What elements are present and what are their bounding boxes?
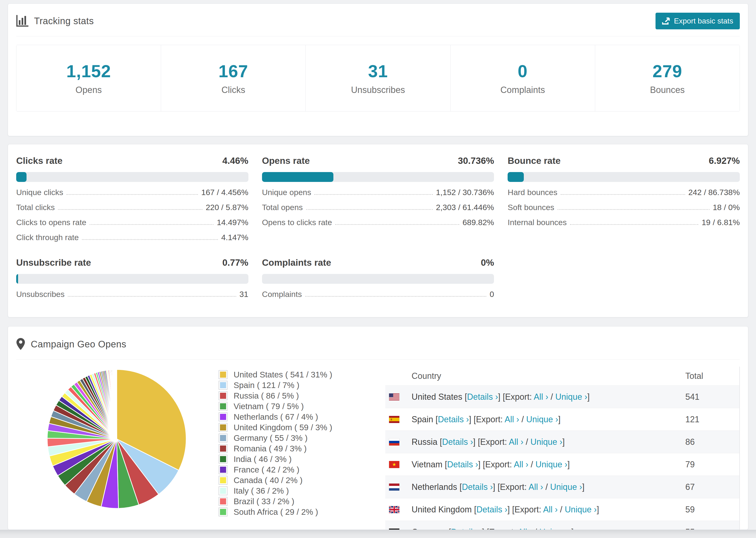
rate-rows: Complaints 0 (262, 290, 494, 299)
country-cell: United States [Details ›] [Export: All ›… (411, 392, 685, 402)
dotted-leader (67, 194, 198, 195)
rate-panel-complaints-rate: Complaints rate 0% Complaints 0 (262, 257, 494, 299)
geo-table-row-united-states: United States [Details ›] [Export: All ›… (385, 385, 739, 408)
summary-box-bounces: 279 Bounces (595, 45, 739, 111)
legend-swatch-icon (219, 497, 228, 506)
stat-row-unsubscribes: Unsubscribes 31 (16, 290, 248, 299)
export-all-link[interactable]: All › (528, 482, 543, 492)
country-name: Germany (411, 527, 446, 530)
tracking-stats-card: Tracking stats Export basic stats 1,152 … (8, 4, 748, 136)
export-basic-stats-button[interactable]: Export basic stats (656, 13, 740, 29)
legend-swatch-icon (219, 476, 228, 485)
stat-label: Hard bounces (508, 188, 557, 197)
export-all-link[interactable]: All › (534, 392, 548, 402)
dotted-leader (335, 224, 459, 225)
country-name: Netherlands (411, 482, 457, 492)
export-unique-link[interactable]: Unique › (536, 459, 567, 469)
geo-table-row-spain: Spain [Details ›] [Export: All › / Uniqu… (385, 408, 739, 430)
export-unique-link[interactable]: Unique › (526, 414, 558, 424)
rate-rows: Hard bounces 242 / 86.738% Soft bounces … (508, 188, 740, 227)
stat-value: 18 / 0% (713, 203, 740, 212)
legend-item-russia[interactable]: Russia ( 86 / 5% ) (219, 391, 376, 401)
country-name: Russia (411, 437, 437, 447)
summary-box-complaints: 0 Complaints (451, 45, 595, 111)
export-all-link[interactable]: All › (518, 527, 532, 530)
stat-value: 4.147% (221, 233, 248, 242)
details-link[interactable]: Details › (442, 437, 473, 447)
export-unique-link[interactable]: Unique › (539, 527, 571, 530)
export-all-link[interactable]: All › (543, 505, 558, 514)
stat-label: Soft bounces (508, 203, 554, 212)
stat-label: Internal bounces (508, 218, 567, 227)
legend-item-france[interactable]: France ( 42 / 2% ) (219, 465, 376, 474)
summary-value: 279 (652, 61, 682, 81)
legend-swatch-icon (219, 508, 228, 516)
geo-divider (16, 359, 740, 360)
legend-swatch-icon (219, 381, 228, 390)
details-link[interactable]: Details › (451, 527, 482, 530)
export-icon (662, 17, 670, 25)
stat-value: 0 (490, 290, 494, 299)
rate-head: Bounce rate 6.927% (508, 156, 740, 166)
stat-value: 220 / 5.87% (206, 203, 248, 212)
legend-item-united-states[interactable]: United States ( 541 / 31% ) (219, 370, 376, 379)
country-total: 86 (685, 437, 739, 447)
legend-item-india[interactable]: India ( 46 / 3% ) (219, 455, 376, 464)
legend-label: United Kingdom ( 59 / 3% ) (234, 423, 332, 432)
export-all-link[interactable]: All › (509, 437, 523, 447)
page: Tracking stats Export basic stats 1,152 … (0, 0, 756, 538)
export-all-link[interactable]: All › (505, 414, 519, 424)
page-title: Tracking stats (34, 16, 94, 26)
legend-label: Vietnam ( 79 / 5% ) (234, 402, 304, 411)
summary-box-unsubscribes: 31 Unsubscribes (306, 45, 450, 111)
legend-label: Netherlands ( 67 / 4% ) (234, 412, 318, 422)
flag-es-icon (389, 416, 399, 423)
legend-item-italy[interactable]: Italy ( 36 / 2% ) (219, 486, 376, 496)
total-column-header: Total (685, 371, 739, 381)
legend-item-south-africa[interactable]: South Africa ( 29 / 2% ) (219, 507, 376, 517)
details-link[interactable]: Details › (438, 414, 469, 424)
stat-label: Clicks to opens rate (16, 218, 86, 227)
export-unique-link[interactable]: Unique › (530, 437, 562, 447)
country-column-header: Country (411, 371, 685, 381)
details-link[interactable]: Details › (447, 459, 478, 469)
details-link[interactable]: Details › (476, 505, 507, 514)
legend-label: Italy ( 36 / 2% ) (234, 486, 289, 496)
stat-row-hard-bounces: Hard bounces 242 / 86.738% (508, 188, 740, 197)
country-total: 541 (685, 392, 739, 402)
stat-row-click-through-rate: Click through rate 4.147% (16, 233, 248, 242)
legend-item-canada[interactable]: Canada ( 40 / 2% ) (219, 476, 376, 485)
legend-swatch-icon (219, 402, 228, 411)
summary-value: 0 (518, 61, 527, 81)
geo-pie-chart[interactable] (46, 368, 187, 510)
details-link[interactable]: Details › (467, 392, 498, 402)
geo-content: United States ( 541 / 31% ) Spain ( 121 … (16, 367, 740, 530)
stat-row-unique-clicks: Unique clicks 167 / 4.456% (16, 188, 248, 197)
stat-value: 689.82% (462, 218, 494, 227)
rate-progress-bar (262, 172, 494, 182)
country-name: Vietnam (411, 459, 442, 469)
legend-item-romania[interactable]: Romania ( 49 / 3% ) (219, 444, 376, 453)
legend-item-netherlands[interactable]: Netherlands ( 67 / 4% ) (219, 412, 376, 422)
geo-table-row-germany: Germany [Details ›] [Export: All › / Uni… (385, 521, 739, 530)
rate-head: Complaints rate 0% (262, 257, 494, 268)
legend-item-vietnam[interactable]: Vietnam ( 79 / 5% ) (219, 402, 376, 411)
legend-item-brazil[interactable]: Brazil ( 33 / 2% ) (219, 497, 376, 506)
export-unique-link[interactable]: Unique › (550, 482, 582, 492)
legend-label: France ( 42 / 2% ) (234, 465, 299, 474)
legend-item-united-kingdom[interactable]: United Kingdom ( 59 / 3% ) (219, 423, 376, 432)
legend-label: Spain ( 121 / 7% ) (234, 381, 299, 390)
export-unique-link[interactable]: Unique › (555, 392, 587, 402)
export-all-link[interactable]: All › (514, 459, 528, 469)
rate-value: 6.927% (709, 156, 740, 166)
export-unique-link[interactable]: Unique › (565, 505, 597, 514)
details-link[interactable]: Details › (462, 482, 493, 492)
country-total: 121 (685, 414, 739, 424)
legend-item-spain[interactable]: Spain ( 121 / 7% ) (219, 381, 376, 390)
stat-row-total-clicks: Total clicks 220 / 5.87% (16, 203, 248, 212)
rate-head: Clicks rate 4.46% (16, 156, 248, 166)
rate-head: Unsubscribe rate 0.77% (16, 257, 248, 268)
country-cell: Netherlands [Details ›] [Export: All › /… (411, 482, 685, 492)
legend-label: Brazil ( 33 / 2% ) (234, 497, 295, 506)
legend-item-germany[interactable]: Germany ( 55 / 3% ) (219, 433, 376, 443)
